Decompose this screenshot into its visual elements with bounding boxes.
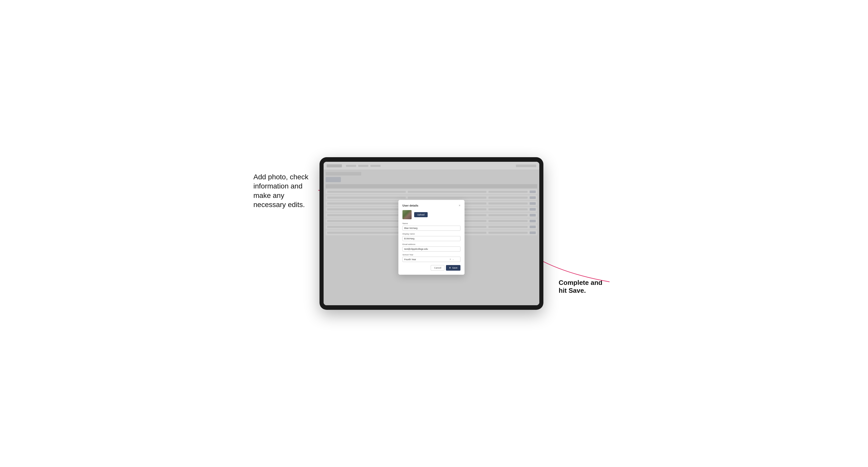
email-input[interactable] [402, 247, 461, 252]
user-photo-thumbnail [402, 210, 412, 219]
scene: Add photo, check information and make an… [319, 157, 549, 310]
school-year-value: Fourth Year [404, 258, 416, 261]
annotation-right-line1: Complete and [559, 279, 602, 286]
cancel-button[interactable]: Cancel [431, 265, 444, 271]
dialog-footer: Cancel ⬆ Save [402, 265, 461, 271]
user-details-dialog: User details × Upload Name [398, 200, 465, 275]
annotation-left: Add photo, check information and make an… [253, 173, 314, 210]
school-year-label: School Year [402, 254, 461, 256]
annotation-right-period: . [584, 287, 586, 294]
user-photo-image [402, 210, 412, 219]
save-label: Save [452, 267, 457, 269]
annotation-right: Complete and hit Save. [559, 279, 620, 294]
name-field-group: Name [402, 222, 461, 231]
save-button[interactable]: ⬆ Save [446, 265, 461, 271]
modal-overlay: User details × Upload Name [323, 162, 539, 305]
name-input[interactable] [402, 226, 461, 231]
dialog-photo-section: Upload [402, 210, 461, 219]
dialog-title-bar: User details × [402, 204, 461, 207]
email-field-group: Email address [402, 243, 461, 252]
tablet-screen: User details × Upload Name [323, 162, 539, 305]
chevron-down-icon: ⌄ [452, 258, 454, 260]
annotation-right-bold: Save [568, 287, 584, 294]
save-icon: ⬆ [449, 267, 451, 269]
name-label: Name [402, 222, 461, 225]
annotation-right-line2: hit [559, 287, 568, 294]
display-name-label: Display name [402, 233, 461, 235]
upload-photo-button[interactable]: Upload [414, 212, 428, 217]
school-year-field-group: School Year Fourth Year × ⌄ [402, 254, 461, 262]
tablet-frame: User details × Upload Name [319, 157, 544, 310]
email-label: Email address [402, 243, 461, 245]
display-name-field-group: Display name [402, 233, 461, 241]
dialog-title: User details [402, 204, 418, 207]
school-year-select[interactable]: Fourth Year × ⌄ [402, 257, 461, 262]
close-icon[interactable]: × [459, 204, 461, 207]
display-name-input[interactable] [402, 236, 461, 241]
select-clear-icon[interactable]: × [450, 258, 451, 261]
